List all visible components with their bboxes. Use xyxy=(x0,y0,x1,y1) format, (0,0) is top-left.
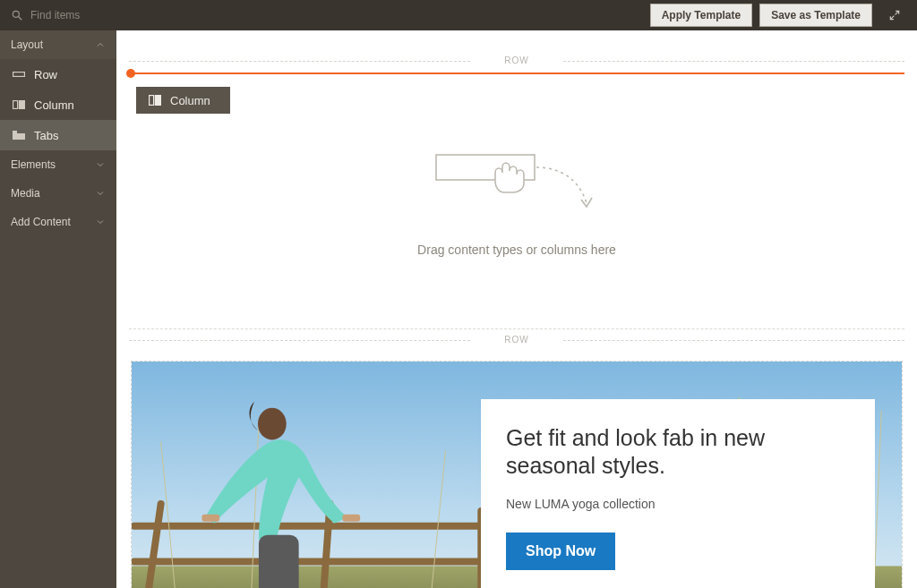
sidebar-item-label: Row xyxy=(34,68,57,81)
svg-point-28 xyxy=(258,408,287,440)
svg-rect-29 xyxy=(259,535,299,588)
sidebar-group-label: Add Content xyxy=(11,216,71,228)
hero-banner[interactable]: Get fit and look fab in new seasonal sty… xyxy=(131,361,903,588)
canvas-inner: ROW Column xyxy=(116,30,917,588)
sidebar-group-label: Elements xyxy=(11,158,56,171)
column-icon xyxy=(149,95,161,106)
sidebar-group-media[interactable]: Media xyxy=(0,179,116,208)
svg-rect-30 xyxy=(201,515,219,522)
insert-indicator-handle[interactable] xyxy=(126,69,135,78)
canvas[interactable]: ROW Column xyxy=(116,30,917,588)
fullscreen-toggle-icon[interactable] xyxy=(879,4,910,27)
svg-rect-4 xyxy=(13,72,25,77)
topbar: Apply Template Save as Template xyxy=(0,0,917,30)
chevron-down-icon xyxy=(95,217,106,227)
search-input[interactable] xyxy=(30,9,156,21)
hero-card: Get fit and look fab in new seasonal sty… xyxy=(481,399,875,588)
svg-rect-9 xyxy=(150,96,154,106)
tabs-icon xyxy=(13,131,25,140)
sidebar-group-add-content[interactable]: Add Content xyxy=(0,208,116,236)
main: Layout Row Column xyxy=(0,30,917,588)
search xyxy=(11,9,156,21)
svg-rect-6 xyxy=(19,101,24,109)
insert-indicator xyxy=(129,72,904,74)
svg-rect-10 xyxy=(155,96,160,106)
sidebar: Layout Row Column xyxy=(0,30,116,588)
sidebar-item-label: Column xyxy=(34,98,74,112)
save-as-template-button[interactable]: Save as Template xyxy=(759,4,872,27)
svg-rect-8 xyxy=(13,131,17,133)
hero-title: Get fit and look fab in new seasonal sty… xyxy=(506,424,850,481)
dropzone-illustration-icon xyxy=(427,149,606,221)
column-chip-label: Column xyxy=(170,94,210,107)
dropzone-text: Drag content types or columns here xyxy=(417,243,616,257)
dropzone[interactable]: Drag content types or columns here xyxy=(129,149,904,293)
sidebar-group-label: Media xyxy=(11,187,40,200)
sidebar-item-tabs[interactable]: Tabs xyxy=(0,120,116,150)
sidebar-item-column[interactable]: Column xyxy=(0,89,116,120)
shop-now-button[interactable]: Shop Now xyxy=(506,533,615,570)
svg-point-0 xyxy=(13,11,19,17)
apply-template-button[interactable]: Apply Template xyxy=(650,4,752,27)
column-chip[interactable]: Column xyxy=(136,87,230,114)
sidebar-group-elements[interactable]: Elements xyxy=(0,150,116,179)
svg-line-3 xyxy=(896,11,899,14)
chevron-up-icon xyxy=(95,39,106,50)
svg-line-1 xyxy=(19,17,22,21)
column-icon xyxy=(13,100,25,109)
sidebar-item-row[interactable]: Row xyxy=(0,59,116,89)
svg-rect-5 xyxy=(13,101,18,109)
chevron-down-icon xyxy=(95,159,106,170)
chevron-down-icon xyxy=(95,188,106,199)
row-separator xyxy=(129,328,904,329)
sidebar-group-label: Layout xyxy=(11,38,43,51)
svg-rect-7 xyxy=(13,133,25,140)
svg-rect-31 xyxy=(342,515,360,522)
svg-line-2 xyxy=(890,16,894,20)
hero-row[interactable]: Get fit and look fab in new seasonal sty… xyxy=(129,352,904,588)
row-icon xyxy=(13,70,25,79)
search-icon xyxy=(11,9,23,21)
sidebar-item-label: Tabs xyxy=(34,129,58,142)
row-label: ROW xyxy=(129,335,904,345)
row-label: ROW xyxy=(129,55,904,65)
hero-subtitle: New LUMA yoga collection xyxy=(506,497,850,511)
sidebar-group-layout[interactable]: Layout xyxy=(0,30,116,59)
